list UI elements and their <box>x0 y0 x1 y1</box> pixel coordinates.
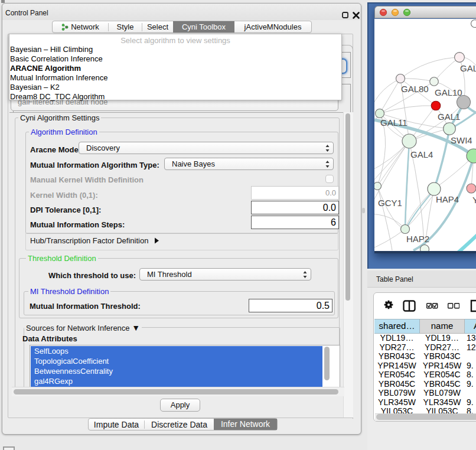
svg-text:GAL80: GAL80 <box>401 84 429 94</box>
svg-text:HAP4: HAP4 <box>436 194 459 204</box>
svg-text:GAL7: GAL7 <box>460 63 476 73</box>
svg-text:GCY1: GCY1 <box>378 198 402 208</box>
svg-text:SWI4: SWI4 <box>451 135 472 145</box>
svg-text:HAP2: HAP2 <box>406 234 429 244</box>
svg-text:GAL4: GAL4 <box>410 149 433 159</box>
svg-text:Y: Y <box>472 195 476 205</box>
svg-text:GAL10: GAL10 <box>435 87 462 97</box>
svg-text:GAL11: GAL11 <box>380 118 407 128</box>
svg-text:GAL1: GAL1 <box>438 112 460 122</box>
